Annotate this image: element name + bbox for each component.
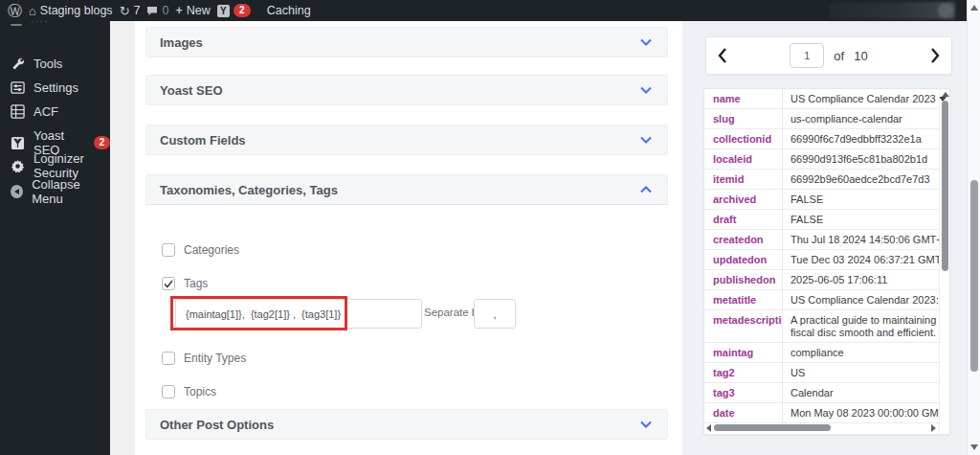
table-row: itemid66992b9e60aedce2bcd7e7d3 <box>704 170 939 190</box>
table-row: publishedon2025-06-05 17:06:11 <box>704 270 939 290</box>
scroll-right-arrow-icon[interactable] <box>931 424 936 432</box>
topics-checkbox-row[interactable]: Topics <box>162 385 216 398</box>
next-page-button[interactable] <box>919 48 951 63</box>
page-number-input[interactable] <box>790 43 824 68</box>
accordion-label: Other Post Options <box>160 418 274 432</box>
previous-page-button[interactable] <box>706 48 739 63</box>
table-row: updatedonTue Dec 03 2024 06:37:21 GMT+00… <box>704 250 939 270</box>
chevron-left-icon <box>718 48 727 63</box>
separator-input[interactable] <box>474 299 516 329</box>
check-icon <box>164 280 173 288</box>
site-name: Staging blogs <box>40 4 113 17</box>
checkbox[interactable] <box>162 352 175 365</box>
chevron-down-icon <box>640 136 652 144</box>
chevron-up-icon <box>640 186 652 193</box>
comments-count: 0 <box>162 4 168 17</box>
sidebar-item-label: Settings <box>33 80 78 95</box>
updates-link[interactable]: ↻ 7 <box>120 4 141 18</box>
checkbox-checked[interactable] <box>162 277 175 290</box>
pagination-bar: of 10 <box>705 36 952 75</box>
yoast-menu-link[interactable]: Y 2 <box>217 4 251 17</box>
tags-template-input[interactable] <box>175 299 422 329</box>
sidebar-item-label: Loginizer Security <box>33 151 110 180</box>
accordion-label: Images <box>160 35 203 50</box>
comments-link[interactable]: 0 <box>146 4 168 17</box>
table-horizontal-scrollbar[interactable] <box>706 422 936 432</box>
table-vertical-scrollbar[interactable] <box>939 89 949 434</box>
source-data-panel: of 10 nameUS Compliance Calendar 2023 sl… <box>682 21 967 455</box>
scroll-left-arrow-icon[interactable] <box>706 424 711 432</box>
tags-checkbox-row[interactable]: Tags <box>162 277 208 290</box>
accordion-label: Taxonomies, Categories, Tags <box>160 183 338 197</box>
checkbox-label: Entity Types <box>184 352 246 365</box>
scrollbar-thumb[interactable] <box>942 101 948 271</box>
sidebar-item-acf[interactable]: ACF <box>0 100 110 123</box>
grid-icon <box>11 104 25 119</box>
collapse-arrow-icon <box>11 185 23 198</box>
entity-types-checkbox-row[interactable]: Entity Types <box>162 352 246 365</box>
scroll-up-arrow-icon[interactable] <box>942 92 949 97</box>
scroll-up-arrow-icon[interactable] <box>970 5 978 11</box>
checkbox-label: Categories <box>184 243 239 257</box>
table-row: archivedFALSE <box>704 190 939 210</box>
table-row: slugus-compliance-calendar <box>704 109 939 129</box>
accordion-taxonomies[interactable]: Taxonomies, Categories, Tags <box>145 174 668 205</box>
table-row: collectionid66990f6c7d9edbbff3232e1a <box>704 129 939 149</box>
accordion-other-post-options[interactable]: Other Post Options <box>145 409 668 440</box>
sidebar-item-collapse-menu[interactable]: Collapse Menu <box>0 180 110 203</box>
checkbox[interactable] <box>162 385 175 398</box>
yoast-icon: Y <box>217 5 230 17</box>
new-label: New <box>187 4 211 17</box>
chevron-down-icon <box>640 421 652 428</box>
home-icon: ⌂ <box>29 4 36 18</box>
wrench-icon <box>11 57 25 71</box>
table-row: draftFALSE <box>704 210 939 230</box>
chevron-right-icon <box>930 48 940 63</box>
categories-checkbox-row[interactable]: Categories <box>162 243 239 257</box>
table-row: tag2US <box>704 363 939 383</box>
record-fields-table: nameUS Compliance Calendar 2023 slugus-c… <box>703 88 950 435</box>
table-row: localeid66990d913f6e5c81ba802b1d <box>704 149 939 170</box>
accordion-label: Custom Fields <box>160 133 246 148</box>
chevron-down-icon <box>640 86 652 94</box>
avatar <box>938 3 953 18</box>
scroll-down-arrow-icon[interactable] <box>970 444 978 450</box>
window-scrollbar[interactable] <box>967 0 980 455</box>
sidebar-item-settings[interactable]: Settings <box>0 76 110 99</box>
checkbox[interactable] <box>162 243 175 257</box>
table-row: metadescriptionA practical guide to main… <box>704 310 939 343</box>
checkbox-label: Tags <box>184 277 208 290</box>
gear-icon <box>11 159 25 173</box>
chevron-down-icon <box>640 38 652 46</box>
sliders-icon <box>11 80 25 95</box>
yoast-icon <box>11 136 25 150</box>
site-link[interactable]: ⌂ Staging blogs <box>29 4 113 18</box>
sidebar-item-tools[interactable]: Tools <box>0 52 110 75</box>
sidebar-item-label: Collapse Menu <box>32 177 110 206</box>
comment-bubble-icon <box>146 6 158 16</box>
taxonomies-panel-body: Categories Tags Separate by Entity Types… <box>145 226 668 413</box>
of-label: of <box>834 49 844 63</box>
wordpress-logo-icon[interactable]: Ⓦ <box>8 2 22 20</box>
sidebar-item-loginizer-security[interactable]: Loginizer Security <box>0 154 110 177</box>
yoast-notification-badge: 2 <box>234 4 251 17</box>
redacted-user-area <box>829 2 955 19</box>
yoast-sidebar-badge: 2 <box>94 136 110 149</box>
caching-label: Caching <box>267 4 311 17</box>
updates-count: 7 <box>134 4 141 17</box>
scrollbar-thumb[interactable] <box>714 424 831 431</box>
table-row: tag3Calendar <box>704 383 939 403</box>
accordion-custom-fields[interactable]: Custom Fields <box>145 125 668 155</box>
accordion-label: Yoast SEO <box>160 83 223 98</box>
table-row: nameUS Compliance Calendar 2023 <box>704 89 939 109</box>
update-icon: ↻ <box>120 4 130 18</box>
new-content-link[interactable]: + New <box>175 4 210 17</box>
scrollbar-thumb[interactable] <box>970 180 978 372</box>
caching-menu-link[interactable]: Caching <box>267 4 311 17</box>
table-row: metatitleUS Compliance Calendar 2023: Ke… <box>704 290 939 310</box>
checkbox-label: Topics <box>184 385 216 398</box>
sidebar-item-label: Tools <box>33 57 62 71</box>
total-pages: 10 <box>854 49 867 63</box>
accordion-yoast-seo[interactable]: Yoast SEO <box>145 75 668 105</box>
accordion-images[interactable]: Images <box>145 27 668 57</box>
